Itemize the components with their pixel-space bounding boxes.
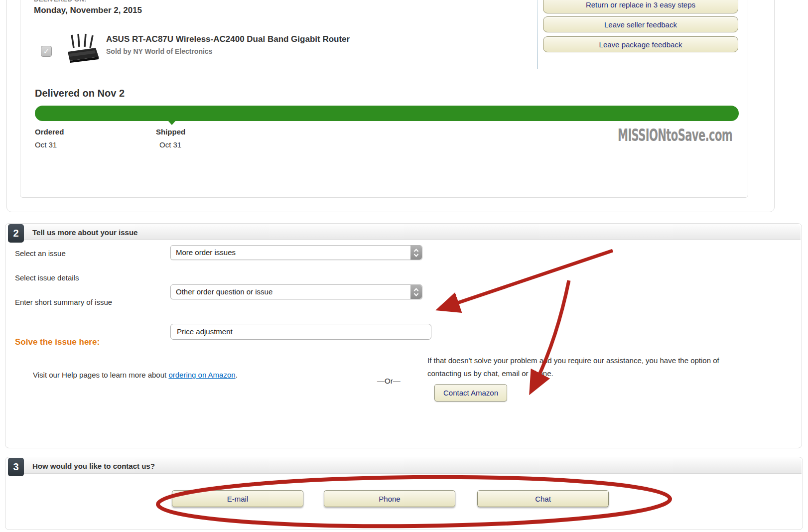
section3-title: How would you like to contact us?: [32, 462, 155, 470]
milestone-shipped-label: Shipped: [156, 128, 185, 136]
router-product-image: [63, 33, 101, 64]
section2-header-bar: [23, 224, 801, 240]
delivered-on-date: Monday, November 2, 2015: [34, 5, 142, 15]
milestone-ordered-label: Ordered: [35, 128, 64, 136]
help-text-prefix: Visit our Help pages to learn more about: [33, 371, 168, 379]
phone-contact-button[interactable]: Phone: [324, 490, 455, 507]
email-contact-button[interactable]: E-mail: [172, 490, 303, 507]
summary-input-value: Price adjustment: [177, 327, 233, 336]
leave-package-feedback-button[interactable]: Leave package feedback: [543, 36, 738, 52]
section2-divider: [15, 331, 790, 331]
section2-step-badge: 2: [8, 224, 24, 243]
contact-us-page: DELIVERED ON: Monday, November 2, 2015 ✓…: [0, 0, 808, 532]
delivery-progress-bar: [35, 106, 739, 121]
chevron-up-down-icon: [410, 246, 422, 260]
or-divider: —Or—: [377, 377, 401, 385]
contact-amazon-button[interactable]: Contact Amazon: [434, 384, 507, 401]
milestone-ordered-date: Oct 31: [35, 140, 57, 149]
leave-seller-feedback-button[interactable]: Leave seller feedback: [543, 16, 738, 32]
section2-title: Tell us more about your issue: [32, 228, 137, 237]
tracker-title: Delivered on Nov 2: [35, 88, 125, 99]
help-text-suffix: .: [236, 371, 238, 379]
watermark: MISSIONtoSave.com: [618, 126, 732, 145]
select-issue-details-value: Other order question or issue: [176, 287, 272, 296]
chevron-up-down-icon: [410, 285, 422, 299]
select-issue-details-dropdown[interactable]: Other order question or issue: [170, 284, 422, 299]
order-actions-divider: [537, 0, 538, 69]
select-issue-details-label: Select issue details: [15, 273, 79, 282]
product-sold-by: Sold by NY World of Electronics: [106, 47, 212, 55]
progress-bar-notch: [168, 121, 176, 125]
summary-input[interactable]: Price adjustment: [170, 324, 431, 340]
assistance-text: If that doesn't solve your problem and y…: [427, 354, 741, 380]
select-issue-label: Select an issue: [15, 249, 66, 258]
solve-issue-heading: Solve the issue here:: [15, 337, 100, 347]
help-text: Visit our Help pages to learn more about…: [33, 371, 238, 379]
product-title[interactable]: ASUS RT-AC87U Wireless-AC2400 Dual Band …: [106, 34, 350, 44]
return-or-replace-button[interactable]: Return or replace in 3 easy steps: [543, 0, 738, 13]
select-issue-dropdown[interactable]: More order issues: [170, 245, 422, 260]
section3-step-badge: 3: [8, 458, 24, 476]
item-checkbox-checked-icon[interactable]: ✓: [41, 46, 52, 57]
summary-label: Enter short summary of issue: [15, 298, 112, 306]
select-issue-value: More order issues: [176, 248, 236, 257]
chat-contact-button[interactable]: Chat: [477, 490, 609, 507]
milestone-shipped-date: Oct 31: [159, 140, 181, 149]
delivered-on-label: DELIVERED ON:: [34, 0, 87, 3]
ordering-on-amazon-link[interactable]: ordering on Amazon: [168, 371, 235, 379]
